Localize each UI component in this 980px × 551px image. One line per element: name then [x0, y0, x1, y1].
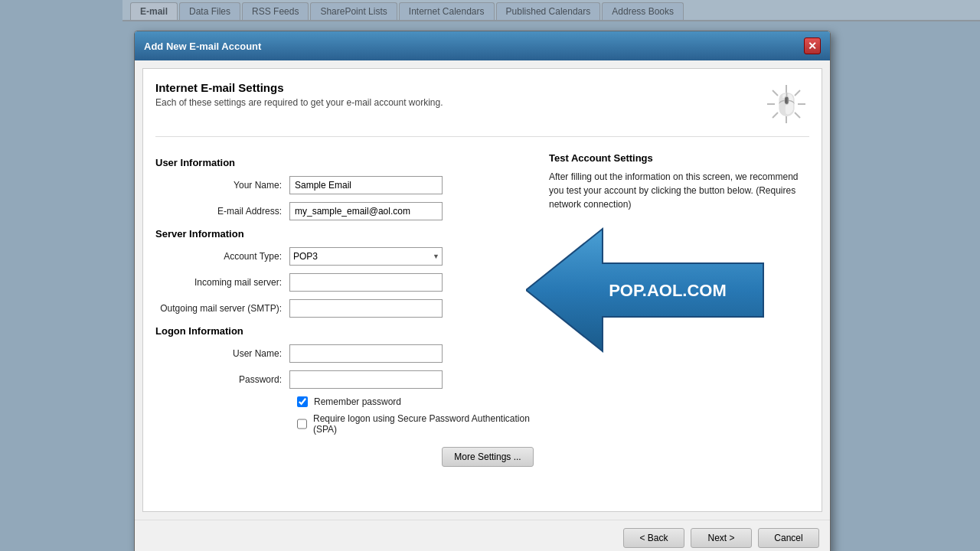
remember-password-row: Remember password: [297, 396, 534, 407]
close-button[interactable]: ✕: [804, 37, 821, 54]
your-name-row: Your Name:: [155, 176, 534, 194]
account-type-select[interactable]: POP3 IMAP: [289, 247, 443, 266]
email-address-row: E-mail Address:: [155, 202, 534, 220]
dialog-title-bar: Add New E-mail Account ✕: [135, 31, 830, 60]
more-settings-button[interactable]: More Settings ...: [442, 447, 534, 467]
dialog-footer: < Back Next > Cancel: [135, 520, 830, 551]
incoming-server-row: Incoming mail server:: [155, 273, 534, 292]
form-right: Test Account Settings After filling out …: [549, 152, 809, 467]
require-spa-label: Require logon using Secure Password Auth…: [313, 413, 534, 435]
arrow-container: POP.AOL.COM: [526, 214, 786, 367]
username-label: User Name:: [155, 348, 289, 359]
outgoing-server-label: Outgoing mail server (SMTP):: [155, 303, 289, 314]
form-left: User Information Your Name: E-mail Addre…: [155, 152, 534, 467]
incoming-server-input[interactable]: [289, 273, 443, 292]
settings-title: Internet E-mail Settings: [155, 81, 443, 94]
outgoing-server-row: Outgoing mail server (SMTP):: [155, 299, 534, 318]
test-section-title: Test Account Settings: [549, 152, 809, 164]
add-email-account-dialog: Add New E-mail Account ✕ Internet E-mail…: [134, 31, 831, 551]
dialog-title: Add New E-mail Account: [144, 41, 261, 52]
test-section-description: After filling out the information on thi…: [549, 170, 809, 211]
account-type-select-wrapper: POP3 IMAP: [289, 247, 443, 266]
mouse-cursor-icon: 🖱️: [773, 92, 800, 117]
next-button[interactable]: Next >: [691, 528, 752, 548]
logon-info-heading: Logon Information: [155, 325, 534, 337]
username-input[interactable]: [289, 344, 443, 363]
server-info-heading: Server Information: [155, 228, 534, 240]
email-address-input[interactable]: [289, 202, 443, 220]
back-button[interactable]: < Back: [623, 528, 684, 548]
password-input[interactable]: [289, 370, 443, 389]
form-area: User Information Your Name: E-mail Addre…: [155, 152, 809, 467]
remember-password-checkbox[interactable]: [297, 396, 308, 407]
cursor-decoration: 🖱️: [763, 81, 809, 127]
cancel-button[interactable]: Cancel: [758, 528, 819, 548]
svg-marker-8: [526, 229, 763, 351]
outgoing-server-input[interactable]: [289, 299, 443, 318]
your-name-input[interactable]: [289, 176, 443, 194]
header-text: Internet E-mail Settings Each of these s…: [155, 81, 443, 108]
require-spa-row: Require logon using Secure Password Auth…: [297, 413, 534, 435]
incoming-server-label: Incoming mail server:: [155, 277, 289, 288]
password-row: Password:: [155, 370, 534, 389]
require-spa-checkbox[interactable]: [297, 419, 307, 429]
dialog-content: Internet E-mail Settings Each of these s…: [142, 68, 822, 512]
svg-text:POP.AOL.COM: POP.AOL.COM: [609, 281, 727, 300]
email-address-label: E-mail Address:: [155, 206, 289, 217]
header-section: Internet E-mail Settings Each of these s…: [155, 81, 809, 137]
account-type-label: Account Type:: [155, 251, 289, 262]
pop-aol-arrow: POP.AOL.COM: [526, 214, 771, 367]
username-row: User Name:: [155, 344, 534, 363]
settings-subtitle: Each of these settings are required to g…: [155, 97, 443, 108]
remember-password-label: Remember password: [314, 396, 401, 407]
password-label: Password:: [155, 374, 289, 385]
account-type-row: Account Type: POP3 IMAP: [155, 247, 534, 266]
your-name-label: Your Name:: [155, 180, 289, 191]
user-info-heading: User Information: [155, 157, 534, 168]
